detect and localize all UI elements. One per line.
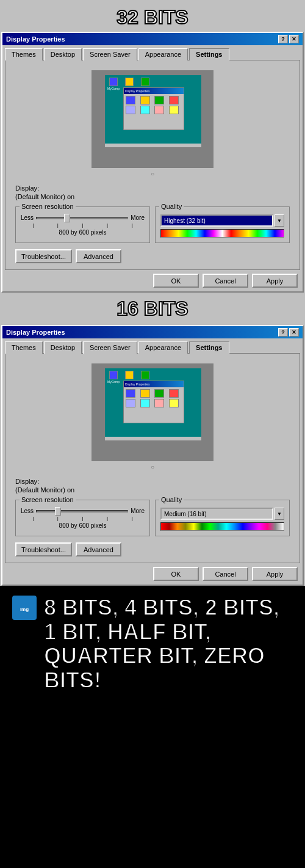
ok-button-1[interactable]: OK <box>153 274 199 288</box>
slider-track-2[interactable] <box>36 510 128 512</box>
troubleshoot-row-2: Troubleshoot... Advanced <box>10 539 295 558</box>
inner-title-2: Display Properties <box>124 381 184 387</box>
monitor-screen-2: MyComp Recycle NtHood <box>105 368 201 440</box>
title-bar-text-2: Display Properties <box>6 329 65 336</box>
tab-themes-2[interactable]: Themes <box>5 341 43 354</box>
display-info-2: Display: (Default Monitor) on <box>10 475 295 497</box>
troubleshoot-button-2[interactable]: Troubleshoot... <box>15 542 72 556</box>
more-label-1: More <box>131 214 145 221</box>
troubleshoot-button-1[interactable]: Troubleshoot... <box>15 249 72 263</box>
tab-settings-2[interactable]: Settings <box>189 341 229 354</box>
desktop-preview-1: MyComp Recycle NtHood <box>105 75 201 147</box>
tab-appearance-1[interactable]: Appearance <box>138 48 188 60</box>
tab-appearance-2[interactable]: Appearance <box>138 341 188 354</box>
cancel-button-1[interactable]: Cancel <box>203 274 248 288</box>
tab-bar-2: Themes Desktop Screen Saver Appearance S… <box>2 338 303 353</box>
more-label-2: More <box>131 508 145 514</box>
tab-screensaver-2[interactable]: Screen Saver <box>83 341 137 354</box>
slider-thumb-1[interactable] <box>64 214 70 222</box>
ok-button-2[interactable]: OK <box>153 567 199 581</box>
close-button-1[interactable]: ✕ <box>289 35 299 43</box>
troubleshoot-row-1: Troubleshoot... Advanced <box>10 246 295 264</box>
color-bar-2 <box>160 522 284 531</box>
dialog-1: Display Properties ? ✕ Themes Desktop Sc… <box>1 32 304 293</box>
resolution-label-2: Screen resolution <box>20 496 76 503</box>
tab-desktop-2[interactable]: Desktop <box>44 341 82 354</box>
meme-text-top: 32 BITS <box>0 0 305 32</box>
tab-bar-1: Themes Desktop Screen Saver Appearance S… <box>2 45 303 60</box>
desktop-preview-2: MyComp Recycle NtHood <box>105 368 201 440</box>
quality-label-1: Quality <box>159 203 184 210</box>
tab-screensaver-1[interactable]: Screen Saver <box>83 48 137 60</box>
resolution-label-1: Screen resolution <box>20 203 76 210</box>
inner-content-1 <box>124 94 184 116</box>
settings-row-2: Screen resolution Less More ||||| 800 by… <box>10 497 295 539</box>
dropdown-arrow-1[interactable]: ▼ <box>274 214 284 227</box>
apply-button-1[interactable]: Apply <box>252 274 298 288</box>
apply-button-2[interactable]: Apply <box>252 567 298 581</box>
quality-label-2: Quality <box>159 496 184 503</box>
title-bar-buttons-1: ? ✕ <box>278 35 299 43</box>
color-bar-1 <box>160 229 284 238</box>
monitor-preview-2: MyComp Recycle NtHood <box>10 359 295 475</box>
slider-container-2: Less More <box>21 508 145 514</box>
tab-content-2: MyComp Recycle NtHood <box>5 353 300 563</box>
display-label-1: Display: <box>15 184 290 192</box>
advanced-button-1[interactable]: Advanced <box>76 249 121 263</box>
pixels-label-2: 800 by 600 pixels <box>21 522 145 529</box>
desktop-icon-1: MyComp <box>107 78 120 91</box>
monitor-screen-1: MyComp Recycle NtHood <box>105 75 201 147</box>
quality-value-1[interactable]: Highest (32 bit) <box>160 214 273 227</box>
main-buttons-2: OK Cancel Apply <box>2 563 303 582</box>
less-label-1: Less <box>21 214 34 221</box>
meme-text-bottom: 8 BITS, 4 BITS, 2 BITS, 1 BIT, HALF BIT,… <box>44 596 293 692</box>
resolution-group-1: Screen resolution Less More ||||| 800 by… <box>15 206 150 243</box>
cancel-button-2[interactable]: Cancel <box>203 567 248 581</box>
meme-text-middle: 16 BITS <box>0 293 305 325</box>
dropdown-arrow-2[interactable]: ▼ <box>274 508 284 520</box>
quality-group-2: Quality Medium (16 bit) ▼ <box>155 500 290 536</box>
display-value-1: (Default Monitor) on <box>15 193 290 200</box>
help-button-2[interactable]: ? <box>278 328 288 337</box>
settings-row-1: Screen resolution Less More ||||| 800 by… <box>10 204 295 246</box>
svg-text:img: img <box>20 607 29 612</box>
monitor-image-1: MyComp Recycle NtHood <box>92 70 214 168</box>
advanced-button-2[interactable]: Advanced <box>76 542 121 556</box>
inner-window-2: Display Properties <box>123 381 184 423</box>
resolution-group-2: Screen resolution Less More ||||| 800 by… <box>15 500 150 536</box>
quality-value-2[interactable]: Medium (16 bit) <box>160 508 273 520</box>
slider-thumb-2[interactable] <box>55 507 61 516</box>
display-value-2: (Default Monitor) on <box>15 486 290 494</box>
monitor-image-2: MyComp Recycle NtHood <box>92 363 214 461</box>
title-bar-2: Display Properties ? ✕ <box>2 326 303 338</box>
monitor-preview-1: MyComp Recycle NtHood <box>10 65 295 182</box>
slider-track-1[interactable] <box>36 217 128 219</box>
slider-ticks-1: ||||| <box>21 222 145 228</box>
display-label-2: Display: <box>15 478 290 485</box>
tab-settings-1[interactable]: Settings <box>189 48 229 60</box>
dialog-2: Display Properties ? ✕ Themes Desktop Sc… <box>1 325 304 586</box>
desktop-icon-4: MyComp <box>107 371 120 384</box>
close-button-2[interactable]: ✕ <box>289 328 299 337</box>
tab-content-1: MyComp Recycle NtHood <box>5 60 300 270</box>
inner-content-2 <box>124 387 184 409</box>
imgflip-logo: img <box>12 596 37 620</box>
title-bar-1: Display Properties ? ✕ <box>2 33 303 45</box>
help-button-1[interactable]: ? <box>278 35 288 43</box>
display-info-1: Display: (Default Monitor) on <box>10 182 295 204</box>
slider-ticks-2: ||||| <box>21 516 145 521</box>
main-buttons-1: OK Cancel Apply <box>2 270 303 289</box>
inner-window-1: Display Properties <box>123 87 184 130</box>
title-bar-buttons-2: ? ✕ <box>278 328 299 337</box>
less-label-2: Less <box>21 508 34 514</box>
quality-dropdown-2[interactable]: Medium (16 bit) ▼ <box>160 508 284 520</box>
pixels-label-1: 800 by 600 pixels <box>21 229 145 236</box>
title-bar-text-1: Display Properties <box>6 35 65 43</box>
quality-dropdown-1[interactable]: Highest (32 bit) ▼ <box>160 214 284 227</box>
slider-container-1: Less More <box>21 214 145 221</box>
inner-title-1: Display Properties <box>124 88 184 94</box>
tab-desktop-1[interactable]: Desktop <box>44 48 82 60</box>
bottom-section: img 8 BITS, 4 BITS, 2 BITS, 1 BIT, HALF … <box>0 586 305 745</box>
tab-themes-1[interactable]: Themes <box>5 48 43 60</box>
quality-group-1: Quality Highest (32 bit) ▼ <box>155 206 290 243</box>
